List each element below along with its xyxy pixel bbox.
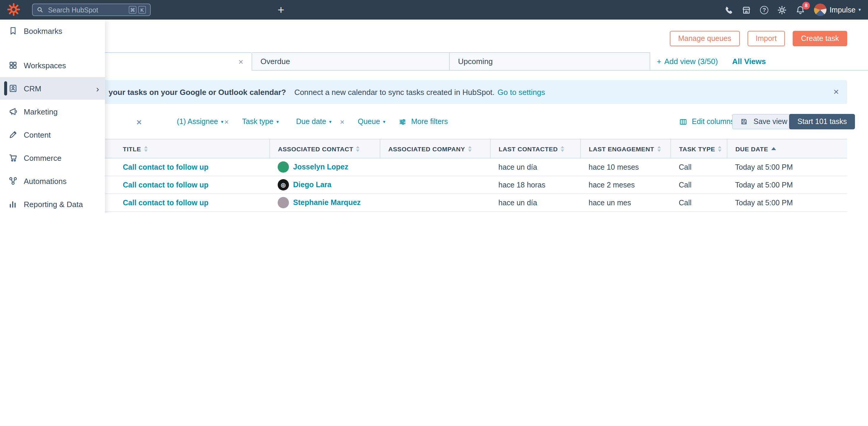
sort-icon [561,146,564,152]
hubspot-logo-icon[interactable] [7,3,20,19]
clear-search-icon[interactable]: × [136,114,142,129]
task-type-cell: Call [671,176,727,194]
table-row[interactable]: Call contact to follow up Angela Aguilar… [83,212,847,213]
task-title-link[interactable]: Call contact to follow up [83,212,269,213]
k-key: K [138,6,146,13]
task-title-link[interactable]: Call contact to follow up [83,158,269,176]
last-engagement-cell: hace 2 meses [580,176,671,194]
table-row[interactable]: Call contact to follow up Josselyn Lopez… [83,158,847,176]
tab-upcoming[interactable]: Upcoming [450,52,650,70]
more-filters-button[interactable]: More filters [399,114,448,129]
table-row[interactable]: Call contact to follow up ◎Diego Lara ha… [83,176,847,194]
due-date-cell: Today at 5:00 PM [727,194,847,212]
banner-close-icon[interactable]: × [833,87,839,97]
column-header-task-type[interactable]: TASK TYPE [671,139,727,158]
go-to-settings-link[interactable]: Go to settings [497,88,545,96]
quick-create-button[interactable]: + [274,0,288,20]
assignee-filter[interactable]: (1) Assignee ▾ [177,114,223,129]
import-button[interactable]: Import [747,31,785,46]
tab-overdue[interactable]: Overdue [252,52,450,70]
close-tab-icon[interactable]: × [239,58,243,66]
sidebar-item-crm[interactable]: CRM › [0,77,105,100]
sidebar-item-reporting-data[interactable]: Reporting & Data [0,193,105,213]
search-icon [37,6,43,13]
sidebar-item-bookmarks[interactable]: Bookmarks [0,20,105,42]
associated-contact-cell[interactable]: Josselyn Lopez [269,158,380,176]
search-input[interactable] [47,6,125,14]
assignee-filter-label: (1) Assignee [177,118,218,126]
chevron-down-icon: ▾ [221,119,223,124]
associated-contact-cell[interactable]: Angela Aguilar [269,212,380,213]
contact-name-link[interactable]: Josselyn Lopez [293,163,348,171]
associated-company-cell [380,194,490,212]
notifications-icon[interactable]: 8 [796,5,805,14]
column-header-last-contacted[interactable]: LAST CONTACTED [490,139,580,158]
assignee-filter-remove-icon[interactable]: × [224,114,229,129]
task-title-link[interactable]: Call contact to follow up [83,194,269,212]
associated-contact-cell[interactable]: Stephanie Marquez [269,194,380,212]
main-navigation-sidebar: Bookmarks Workspaces CRM › Marketing C [0,20,105,213]
chevron-right-icon: › [96,84,99,93]
notification-badge: 8 [802,1,810,9]
sidebar-item-label: Commerce [24,153,61,162]
column-header-due-date[interactable]: DUE DATE [727,139,847,158]
tab-active-view[interactable]: × [83,52,252,70]
sidebar-item-label: Reporting & Data [24,200,83,209]
sidebar-item-automations[interactable]: Automations [0,170,105,192]
associated-contact-cell[interactable]: ◎Diego Lara [269,176,380,194]
sidebar-item-content[interactable]: Content [0,123,105,146]
contact-avatar [278,197,289,208]
save-view-button[interactable]: Save view [732,114,796,129]
sliders-icon [399,118,408,125]
table-row[interactable]: Call contact to follow up Stephanie Marq… [83,194,847,212]
manage-queues-button[interactable]: Manage queues [670,31,740,46]
contact-name-link[interactable]: Diego Lara [293,181,331,189]
settings-icon[interactable] [777,5,787,14]
column-header-title[interactable]: TITLE [83,139,269,158]
create-task-button[interactable]: Create task [793,31,847,46]
marketplace-icon[interactable] [742,5,751,14]
due-date-filter-remove-icon[interactable]: × [340,114,344,129]
sidebar-item-label: Content [24,130,51,139]
columns-icon [679,118,689,125]
all-views-link[interactable]: All Views [732,52,766,70]
start-tasks-button[interactable]: Start 101 tasks [789,114,855,129]
task-type-filter[interactable]: Task type ▾ [242,114,279,129]
last-engagement-cell: -- [580,212,671,213]
help-icon[interactable]: ? [760,6,768,14]
task-type-cell: Call [671,194,727,212]
call-icon[interactable] [723,5,733,14]
due-date-filter[interactable]: Due date ▾ [296,114,332,129]
global-search[interactable]: ⌘ K [32,4,151,16]
last-contacted-cell: hace un día [490,194,580,212]
filter-bar: × (1) Assignee ▾ × Task type ▾ Due date … [0,114,868,129]
last-contacted-cell: hace 18 horas [490,176,580,194]
save-view-label: Save view [753,118,787,126]
bar-chart-icon [8,200,18,209]
crm-icon [8,84,18,93]
queue-filter[interactable]: Queue ▾ [358,114,385,129]
task-type-filter-label: Task type [242,118,274,126]
sidebar-item-commerce[interactable]: Commerce [0,147,105,169]
last-contacted-cell: hace un día [490,212,580,213]
pencil-icon [8,130,18,140]
edit-columns-button[interactable]: Edit columns [679,114,734,129]
sidebar-item-label: Marketing [24,107,58,116]
sidebar-item-label: Automations [24,177,67,185]
column-header-associated-contact[interactable]: ASSOCIATED CONTACT [269,139,380,158]
add-view-link[interactable]: + Add view (3/50) [657,52,718,70]
chevron-down-icon: ▾ [859,7,861,12]
associated-company-cell [380,176,490,194]
chevron-down-icon: ▾ [277,119,279,124]
sidebar-item-marketing[interactable]: Marketing [0,100,105,123]
column-header-associated-company[interactable]: ASSOCIATED COMPANY [380,139,490,158]
account-menu[interactable]: Impulse ▾ [814,4,861,16]
banner-question: your tasks on your Google or Outlook cal… [108,88,286,96]
column-header-last-engagement[interactable]: LAST ENGAGEMENT [580,139,671,158]
sort-icon [468,146,472,152]
tab-overdue-label: Overdue [260,57,290,66]
sidebar-item-label: CRM [24,84,41,93]
task-title-link[interactable]: Call contact to follow up [83,176,269,194]
sidebar-item-workspaces[interactable]: Workspaces [0,54,105,77]
contact-name-link[interactable]: Stephanie Marquez [293,199,361,207]
